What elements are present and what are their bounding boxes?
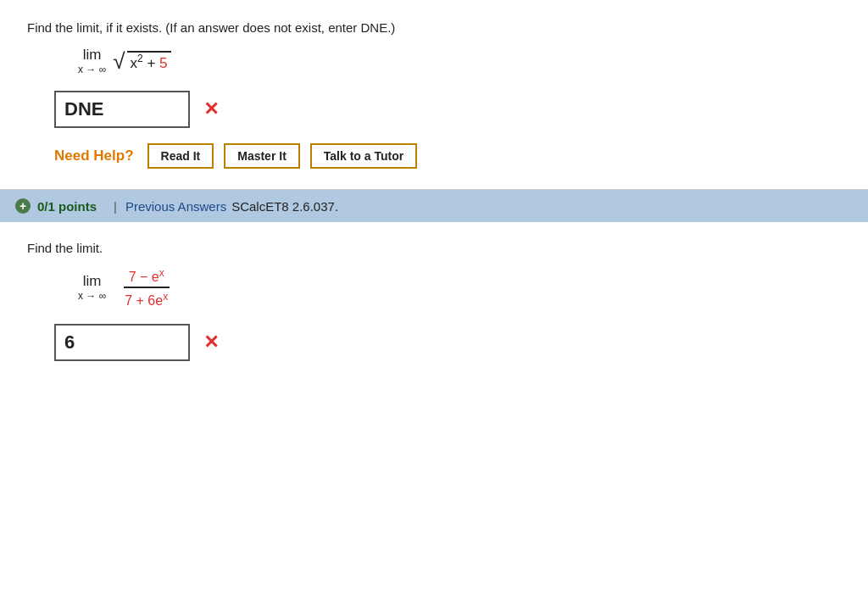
sqrt-symbol: √	[113, 50, 125, 72]
frac-num-exp: x	[159, 267, 164, 279]
top-section: Find the limit, if it exists. (If an ans…	[0, 0, 868, 190]
sqrt-red: 5	[159, 55, 167, 71]
frac-den-prefix: 7 + 6e	[125, 293, 163, 308]
incorrect-mark-2: ✕	[203, 331, 219, 353]
fraction-expr: 7 − ex 7 + 6ex	[120, 267, 173, 309]
sqrt-plus: +	[143, 55, 159, 71]
need-help-row: Need Help? Read It Master It Talk to a T…	[54, 143, 841, 169]
frac-den-text: 7 + 6ex	[125, 293, 168, 308]
source-ref: SCalcET8 2.6.037.	[231, 199, 338, 214]
separator: |	[114, 199, 117, 214]
lim-label-1: lim	[83, 47, 102, 64]
lim-label-2: lim	[83, 273, 102, 290]
answer-value-2: 6	[64, 331, 75, 353]
answer-value-1: DNE	[64, 98, 103, 120]
math-expr-2: lim x → ∞ 7 − ex 7 + 6ex	[78, 267, 841, 309]
frac-den-exp: x	[163, 290, 168, 302]
sqrt-base: x	[131, 55, 138, 71]
lim-block-2: lim x → ∞	[78, 273, 106, 302]
fraction-numerator: 7 − ex	[124, 267, 170, 288]
lim-sub-1: x → ∞	[78, 64, 106, 75]
problem-text-2: Find the limit.	[27, 241, 103, 255]
points-bar: + 0/1 points | Previous Answers SCalcET8…	[0, 190, 868, 222]
answer-box-2[interactable]: 6	[54, 324, 190, 361]
sqrt-exp: 2	[137, 53, 143, 64]
read-it-button[interactable]: Read It	[147, 143, 214, 169]
points-label: 0/1 points	[37, 199, 97, 214]
plus-circle-icon: +	[15, 198, 31, 214]
answer-box-1[interactable]: DNE	[54, 91, 190, 128]
lim-sub-2: x → ∞	[78, 290, 106, 302]
sqrt-expression: √ x2 + 5	[113, 50, 170, 72]
fraction-denominator: 7 + 6ex	[120, 288, 173, 308]
math-expr-1: lim x → ∞ √ x2 + 5	[78, 47, 841, 75]
master-it-button[interactable]: Master It	[224, 143, 300, 169]
need-help-label: Need Help?	[54, 148, 134, 164]
previous-answers-link[interactable]: Previous Answers	[125, 199, 226, 214]
incorrect-mark-1: ✕	[203, 98, 219, 120]
problem-statement-1: Find the limit, if it exists. (If an ans…	[27, 20, 841, 35]
answer-row-1: DNE ✕	[54, 91, 841, 128]
bottom-section: Find the limit. lim x → ∞ 7 − ex 7 + 6ex…	[0, 222, 868, 375]
frac-num-text: 7 − ex	[129, 270, 164, 284]
lim-block-1: lim x → ∞	[78, 47, 106, 75]
frac-num-prefix: 7 − e	[129, 270, 159, 284]
answer-row-2: 6 ✕	[54, 324, 841, 361]
sqrt-content: x2 + 5	[127, 51, 171, 72]
problem-statement-2: Find the limit.	[27, 241, 841, 255]
problem-text-1: Find the limit, if it exists. (If an ans…	[27, 20, 395, 35]
talk-to-tutor-button[interactable]: Talk to a Tutor	[310, 143, 417, 169]
